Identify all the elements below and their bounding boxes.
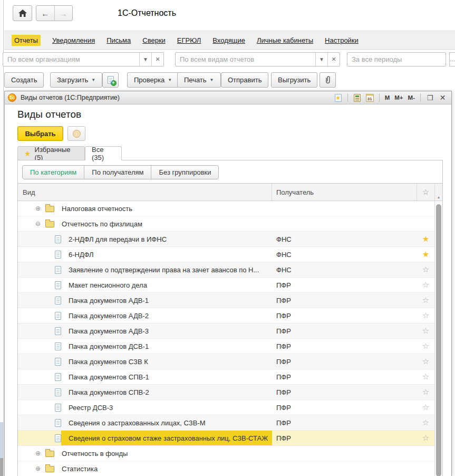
star-icon: ★	[24, 149, 31, 158]
organizations-filter-placeholder: По всем организациям	[3, 53, 139, 66]
favorite-star-icon[interactable]	[417, 311, 434, 320]
history-buttons: ← →	[36, 5, 73, 21]
select-button[interactable]: Выбрать	[17, 126, 63, 141]
home-button[interactable]	[13, 5, 32, 21]
table-row-group[interactable]: Налоговая отчетность	[18, 201, 434, 216]
attachments-button[interactable]	[320, 72, 336, 88]
1c-logo-icon: 1с	[8, 93, 16, 102]
nav-tab-letters[interactable]: Письма	[107, 36, 131, 44]
table-row-group[interactable]: Отчетность по физлицам	[18, 216, 434, 232]
memory-plus-button[interactable]: M+	[394, 94, 403, 101]
nav-tab-reconciliations[interactable]: Сверки	[142, 36, 166, 44]
scrollbar-thumb[interactable]	[436, 204, 441, 476]
back-button[interactable]: ←	[36, 6, 54, 21]
check-label: Проверка	[134, 76, 164, 84]
report-types-table: Вид Получатель ☆ ▲ Налоговая отчетность …	[18, 183, 442, 476]
report-types-filter[interactable]: По всем видам отчетов ▼ ✕	[175, 52, 340, 66]
print-label: Печать	[184, 76, 207, 84]
favorite-star-icon[interactable]	[417, 403, 434, 412]
table-row-selected[interactable]: Сведения о страховом стаже застрахованны…	[18, 431, 434, 446]
table-row[interactable]: Реестр ДСВ-3 ПФР	[18, 400, 434, 415]
clear-icon[interactable]: ✕	[327, 53, 340, 66]
column-header-kind[interactable]: Вид	[18, 184, 272, 201]
table-row-group[interactable]: Отчетность в фонды	[18, 446, 434, 461]
print-button[interactable]: Печать▼	[177, 72, 221, 88]
calendar-icon: 31	[366, 94, 374, 102]
favorite-star-icon[interactable]	[417, 265, 434, 274]
table-row[interactable]: Пачка документов АДВ-3 ПФР	[18, 323, 434, 339]
check-button[interactable]: Проверка▼	[127, 72, 179, 88]
expand-icon[interactable]	[35, 450, 42, 457]
table-row[interactable]: Пачка документов СЗВ К ПФР	[18, 354, 434, 369]
favorite-star-icon[interactable]	[417, 280, 434, 290]
table-row[interactable]: Пачка документов АДВ-1 ПФР	[18, 293, 434, 308]
tab-all[interactable]: Все (35)	[85, 146, 122, 160]
memory-button[interactable]: M	[384, 94, 391, 101]
group-by-recipient-button[interactable]: По получателям	[84, 166, 151, 179]
favorite-star-icon[interactable]	[417, 250, 434, 259]
favorite-star-icon[interactable]	[417, 372, 434, 382]
periods-filter[interactable]: За все периоды	[347, 52, 446, 66]
document-icon	[55, 251, 61, 259]
export-button[interactable]: Выгрузить	[271, 72, 317, 88]
memory-minus-button[interactable]: M-	[408, 94, 415, 101]
nav-tab-personal-accounts[interactable]: Личные кабинеты	[257, 36, 313, 44]
table-row[interactable]: Макет пенсионного дела ПФР	[18, 278, 434, 293]
group-by-category-button[interactable]: По категориям	[23, 166, 84, 179]
load-button[interactable]: Загрузить▼	[50, 72, 102, 88]
create-button[interactable]: Создать	[4, 72, 44, 88]
expand-icon[interactable]	[35, 205, 42, 212]
tab-favorites[interactable]: ★ Избранные (5)	[17, 146, 85, 160]
maximize-button[interactable]: ❒	[425, 93, 434, 102]
calendar-button[interactable]: 31	[365, 93, 374, 102]
nav-tab-notifications[interactable]: Уведомления	[52, 36, 95, 44]
favorite-star-icon[interactable]	[417, 433, 434, 443]
table-row[interactable]: Пачка документов ДСВ-1 ПФР	[18, 339, 434, 354]
no-grouping-button[interactable]: Без группировки	[151, 166, 218, 179]
dropdown-arrow-icon[interactable]: ▼	[315, 53, 327, 66]
table-row[interactable]: Пачка документов СПВ-1 ПФР	[18, 369, 434, 385]
nav-tab-reports[interactable]: Отчеты	[12, 35, 41, 46]
favorite-star-icon[interactable]	[417, 387, 434, 397]
column-header-recipient[interactable]: Получатель	[272, 184, 417, 201]
favorite-star-icon[interactable]	[417, 296, 434, 305]
plus-badge-icon: +	[111, 80, 117, 86]
dropdown-arrow-icon[interactable]: ▼	[139, 53, 151, 66]
column-header-favorite-icon[interactable]: ☆	[417, 188, 434, 196]
scroll-up-icon[interactable]: ▲	[434, 184, 442, 201]
favorite-star-icon[interactable]	[417, 418, 434, 427]
nav-tab-egrul[interactable]: ЕГРЮЛ	[177, 36, 201, 44]
forward-button[interactable]: →	[54, 6, 73, 21]
window-titlebar[interactable]: 1с Виды отчетов (1С:Предприятие) ★ 31 M …	[5, 91, 451, 104]
clear-icon[interactable]: ✕	[151, 53, 163, 66]
select-label: Выбрать	[25, 130, 55, 138]
favorites-page-icon: ★	[335, 94, 342, 102]
nav-tab-incoming[interactable]: Входящие	[212, 36, 245, 44]
favorite-star-icon[interactable]	[417, 234, 434, 244]
document-icon	[55, 404, 61, 412]
table-row[interactable]: 6-НДФЛ ФНС	[18, 247, 434, 262]
favorite-star-icon[interactable]	[417, 341, 434, 351]
new-from-file-button[interactable]: +	[102, 72, 119, 88]
table-row-group[interactable]: Статистика	[18, 461, 434, 476]
favorite-star-icon[interactable]	[417, 357, 434, 366]
save-to-favorites-button[interactable]: ★	[334, 93, 343, 102]
table-row[interactable]: Пачка документов АДВ-2 ПФР	[18, 308, 434, 323]
table-row[interactable]: 2-НДФЛ для передачи в ИФНС ФНС	[18, 232, 434, 247]
favorite-star-icon[interactable]	[417, 326, 434, 336]
recipient-cell: ПФР	[272, 358, 417, 366]
table-row[interactable]: Сведения о застрахованных лицах, СЗВ-М П…	[18, 415, 434, 431]
nav-tab-settings[interactable]: Настройки	[325, 36, 359, 44]
periods-filter-more-button[interactable]: …	[449, 52, 455, 66]
document-icon	[55, 373, 61, 381]
send-button[interactable]: Отправить	[221, 72, 268, 88]
table-row[interactable]: Заявление о подтверждении права на зачет…	[18, 262, 434, 278]
expand-icon[interactable]	[35, 465, 42, 472]
collapse-icon[interactable]	[35, 220, 42, 227]
close-button[interactable]: ✕	[438, 93, 447, 102]
table-row[interactable]: Пачка документов СПВ-2 ПФР	[18, 385, 434, 400]
vertical-scrollbar[interactable]	[434, 201, 442, 476]
calculator-button[interactable]	[353, 93, 362, 102]
organizations-filter[interactable]: По всем организациям ▼ ✕	[3, 52, 164, 66]
info-button[interactable]: i	[67, 126, 85, 141]
